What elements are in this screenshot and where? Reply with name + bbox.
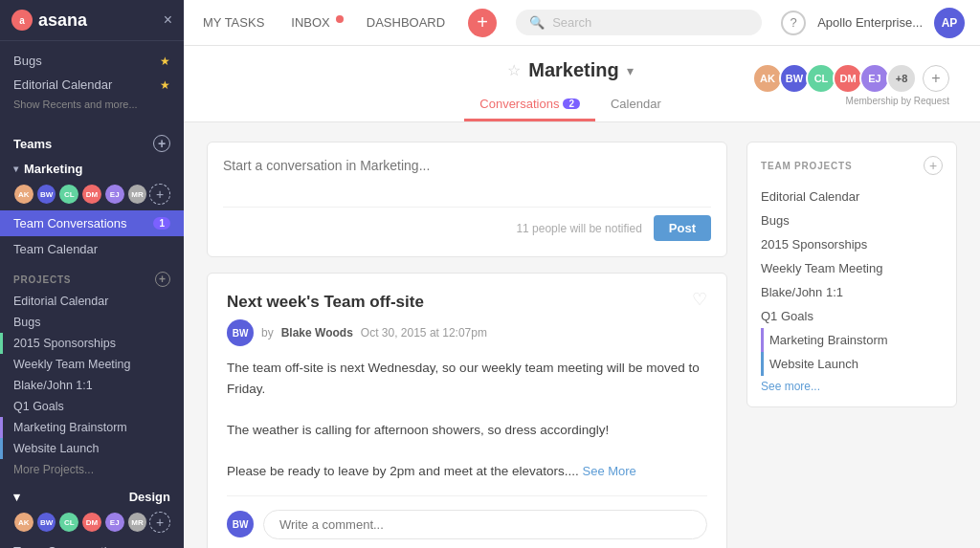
main-column: 11 people will be notified Post ♡ Next w… (207, 142, 727, 548)
add-project-button[interactable]: + (155, 272, 170, 287)
asana-logo-icon: a (11, 10, 33, 31)
design-team-conversations-nav[interactable]: Team Conversations (0, 538, 184, 548)
editorial-calendar-label: Editorial Calendar (13, 77, 112, 92)
project-editorial-calendar[interactable]: Editorial Calendar (0, 291, 184, 312)
sidebar-item-editorial-calendar[interactable]: Editorial Calendar ★ (0, 73, 184, 97)
rp-project-blake-john[interactable]: Blake/John 1:1 (761, 280, 943, 304)
conversation-card-1: ♡ Next week's Team off-site BW by Blake … (207, 273, 727, 548)
team-calendar-nav[interactable]: Team Calendar (0, 236, 184, 262)
search-bar[interactable]: 🔍 Search (516, 10, 762, 35)
rp-project-sponsorships[interactable]: 2015 Sponsorships (761, 232, 943, 256)
team-projects-title: TEAM PROJECTS (761, 161, 852, 171)
rp-project-editorial[interactable]: Editorial Calendar (761, 185, 943, 208)
add-design-member-button[interactable]: + (149, 512, 170, 533)
add-team-button[interactable]: + (153, 135, 170, 152)
design-section-header: ▾ Design (0, 480, 184, 508)
right-panel-header: TEAM PROJECTS + (761, 156, 943, 175)
rp-project-bugs[interactable]: Bugs (761, 208, 943, 232)
compose-box: 11 people will be notified Post (207, 142, 727, 257)
inbox-wrap: INBOX (287, 0, 343, 46)
marketing-chevron-icon: ▾ (13, 164, 18, 174)
heart-button-1[interactable]: ♡ (692, 289, 707, 310)
asana-logo: a asana (11, 10, 87, 31)
page-title-dropdown-icon[interactable]: ▾ (627, 63, 634, 78)
page-header: ☆ Marketing ▾ Conversations 2 Calendar (184, 46, 980, 122)
proj-ec-label: Editorial Calendar (13, 295, 108, 308)
notify-text: 11 people will be notified (516, 222, 641, 235)
create-task-button[interactable]: + (468, 9, 497, 37)
project-q1-goals[interactable]: Q1 Goals (0, 396, 184, 417)
comment-input-1[interactable] (263, 510, 707, 539)
sidebar-item-bugs[interactable]: Bugs ★ (0, 49, 184, 73)
post-button[interactable]: Post (654, 215, 711, 241)
sidebar-header: a asana × (0, 0, 184, 41)
add-project-rp-button[interactable]: + (924, 156, 943, 175)
proj-wtm-label: Weekly Team Meeting (13, 358, 131, 371)
projects-section-header: PROJECTS + (0, 262, 184, 291)
dashboard-link[interactable]: DASHBOARD (363, 0, 449, 46)
design-avatar-2: BW (36, 512, 57, 533)
author-name-1: Blake Woods (281, 326, 353, 340)
design-avatar-6: MR (127, 512, 148, 533)
by-label-1: by (261, 326, 274, 340)
project-website-launch[interactable]: Website Launch (0, 438, 184, 459)
proj-wl-label: Website Launch (13, 442, 99, 455)
user-avatar[interactable]: AP (934, 8, 965, 38)
show-recents-link[interactable]: Show Recents and more... (0, 97, 184, 118)
proj-sponsors-label: 2015 Sponsorships (13, 337, 116, 350)
avatar-3: CL (58, 184, 79, 205)
avatar-5: EJ (104, 184, 125, 205)
design-avatar-3: CL (58, 512, 79, 533)
main-content: MY TASKS INBOX DASHBOARD + 🔍 Search ? Ap… (184, 0, 980, 548)
page-tabs: Conversations 2 Calendar (464, 89, 676, 121)
team-conversations-nav[interactable]: Team Conversations 1 (0, 210, 184, 236)
tab-conversations[interactable]: Conversations 2 (464, 89, 595, 121)
rp-project-marketing-brainstorm[interactable]: Marketing Brainstorm (761, 328, 943, 352)
proj-mb-label: Marketing Brainstorm (13, 421, 127, 434)
close-sidebar-button[interactable]: × (164, 11, 172, 29)
favorite-button[interactable]: ☆ (507, 61, 521, 79)
marketing-team-name[interactable]: ▾ Marketing (0, 156, 184, 180)
compose-footer: 11 people will be notified Post (223, 207, 711, 241)
conv-body-line-1-1: The team off-site is next Wednesday, so … (227, 361, 700, 396)
project-marketing-brainstorm[interactable]: Marketing Brainstorm (0, 417, 184, 438)
see-more-projects-link[interactable]: See more... (761, 376, 943, 393)
teams-label: Teams (13, 137, 52, 151)
project-blake-john[interactable]: Blake/John 1:1 (0, 375, 184, 396)
top-navigation: MY TASKS INBOX DASHBOARD + 🔍 Search ? Ap… (184, 0, 980, 46)
design-tc-label: Team Conversations (13, 544, 127, 548)
teams-section-header: Teams + (0, 125, 184, 156)
avatar-1: AK (13, 184, 34, 205)
author-avatar-1: BW (227, 319, 254, 346)
page-content: ☆ Marketing ▾ Conversations 2 Calendar (184, 46, 980, 548)
design-avatar-5: EJ (104, 512, 125, 533)
help-button[interactable]: ? (781, 11, 806, 35)
bugs-label: Bugs (13, 54, 42, 68)
project-bugs[interactable]: Bugs (0, 312, 184, 333)
add-member-button[interactable]: + (149, 184, 170, 205)
page-title: Marketing (528, 59, 618, 81)
org-name[interactable]: Apollo Enterprise... (817, 15, 923, 30)
bugs-star-icon[interactable]: ★ (160, 55, 170, 68)
more-projects-link[interactable]: More Projects... (0, 459, 184, 480)
rp-project-weekly-meeting[interactable]: Weekly Team Meeting (761, 256, 943, 280)
compose-input[interactable] (223, 158, 711, 196)
project-weekly-team-meeting[interactable]: Weekly Team Meeting (0, 354, 184, 375)
editorial-star-icon[interactable]: ★ (160, 78, 170, 92)
inbox-link[interactable]: INBOX (287, 0, 333, 46)
conversations-badge: 2 (563, 99, 580, 109)
project-2015-sponsorships[interactable]: 2015 Sponsorships (0, 333, 184, 354)
conv-body-line-1-2: The weather is calling for afternoon sho… (227, 423, 609, 437)
conv-title-1: Next week's Team off-site (227, 293, 707, 312)
sidebar-top-items: Bugs ★ Editorial Calendar ★ Show Recents… (0, 41, 184, 125)
tab-calendar[interactable]: Calendar (595, 89, 677, 121)
my-tasks-link[interactable]: MY TASKS (199, 0, 268, 46)
design-chevron-icon: ▾ (13, 490, 20, 504)
add-member-button-page[interactable]: + (923, 65, 949, 92)
design-members-row: AK BW CL DM EJ MR + (0, 508, 184, 538)
rp-project-website-launch[interactable]: Website Launch (761, 352, 943, 376)
see-more-link-1[interactable]: See More (582, 464, 635, 478)
conv-meta-1: BW by Blake Woods Oct 30, 2015 at 12:07p… (227, 319, 707, 346)
rp-project-q1-goals[interactable]: Q1 Goals (761, 304, 943, 328)
comment-row-1: BW (227, 495, 707, 539)
